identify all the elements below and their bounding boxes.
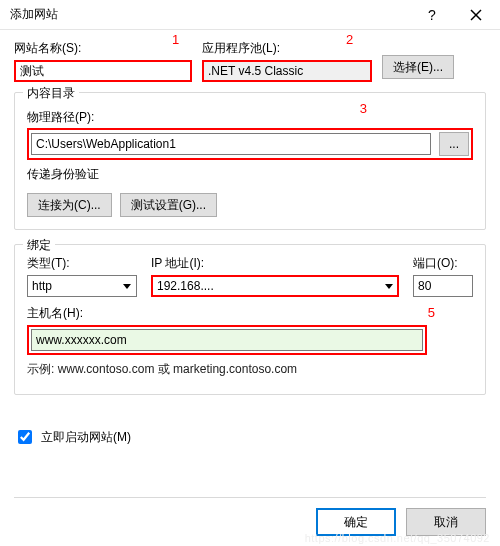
connect-as-button[interactable]: 连接为(C)... [27, 193, 112, 217]
site-name-input[interactable] [14, 60, 192, 82]
port-input[interactable] [413, 275, 473, 297]
physical-path-label: 物理路径(P): [27, 109, 473, 126]
start-immediately-label: 立即启动网站(M) [41, 429, 131, 446]
port-label: 端口(O): [413, 255, 473, 272]
start-immediately-checkbox[interactable] [18, 430, 32, 444]
content-directory-legend: 内容目录 [23, 85, 79, 102]
pass-through-auth-label: 传递身份验证 [27, 166, 473, 183]
binding-legend: 绑定 [23, 237, 55, 254]
titlebar: 添加网站 ? [0, 0, 500, 30]
content-directory-group: 内容目录 3 物理路径(P): ... 传递身份验证 连接为(C)... 测试设… [14, 92, 486, 230]
ip-label: IP 地址(I): [151, 255, 399, 272]
app-pool-label: 应用程序池(L): [202, 40, 372, 57]
browse-path-button[interactable]: ... [439, 132, 469, 156]
site-name-label: 网站名称(S): [14, 40, 192, 57]
ip-input[interactable] [151, 275, 399, 297]
physical-path-input[interactable] [31, 133, 431, 155]
binding-group: 绑定 类型(T): http IP 地址(I): 端口(O): [14, 244, 486, 395]
select-app-pool-button[interactable]: 选择(E)... [382, 55, 454, 79]
test-settings-button[interactable]: 测试设置(G)... [120, 193, 217, 217]
ok-button[interactable]: 确定 [316, 508, 396, 536]
close-button[interactable] [452, 0, 500, 30]
divider [14, 497, 486, 498]
hostname-label: 主机名(H): [27, 305, 473, 322]
help-button[interactable]: ? [412, 0, 452, 30]
type-select[interactable]: http [27, 275, 137, 297]
hostname-example: 示例: www.contoso.com 或 marketing.contoso.… [27, 361, 473, 378]
cancel-button[interactable]: 取消 [406, 508, 486, 536]
type-label: 类型(T): [27, 255, 137, 272]
close-icon [470, 9, 482, 21]
dialog-title: 添加网站 [10, 6, 58, 23]
app-pool-input [202, 60, 372, 82]
hostname-input[interactable] [31, 329, 423, 351]
